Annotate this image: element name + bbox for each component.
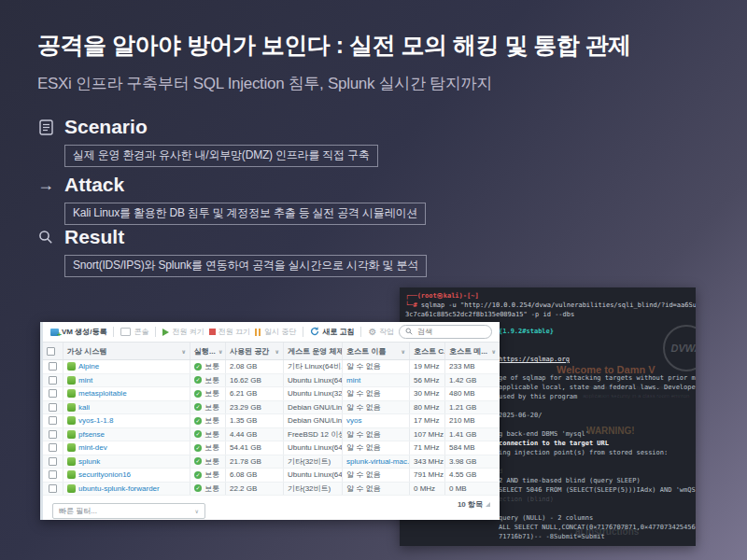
resize-grip-icon[interactable] [486, 502, 490, 507]
guest-os-value: Ubuntu Linux(64비... [284, 441, 343, 455]
host-name-value: 알 수 없음 [343, 387, 410, 400]
terminal-line [499, 457, 696, 467]
vm-table-row[interactable]: Alpine ✓보통 2.08 GB 기타 Linux(64비트) 알 수 없음… [43, 360, 500, 374]
toolbar-divider [113, 327, 114, 337]
vm-table-row[interactable]: splunk ✓보통 21.78 GB 기타(32비트) splunk-virt… [43, 455, 500, 469]
terminal-line: 2 AND time-based blind (query SLEEP) [499, 476, 696, 485]
host-name-value: 알 수 없음 [343, 469, 410, 482]
row-checkbox[interactable] [49, 484, 57, 493]
vm-name-link[interactable]: kali [78, 403, 90, 412]
vm-table-row[interactable]: pfsense ✓보통 4.44 GB FreeBSD 12 이상 ... 알 … [43, 428, 500, 442]
terminal-line [499, 345, 696, 355]
quick-filter-select[interactable]: 빠른 필터...∨ [52, 503, 205, 519]
host-name-value[interactable]: vyos [343, 414, 410, 427]
vm-name-link[interactable]: pfsense [78, 430, 105, 439]
vm-name-link[interactable]: vyos-1-1.8 [78, 416, 113, 425]
host-mem-value: 210 MB [445, 414, 500, 427]
slide-title: 공격을 알아야 방어가 보인다 : 실전 모의 해킹 및 통합 관제 [37, 30, 631, 61]
vm-name-link[interactable]: mint [78, 376, 92, 385]
column-header-status[interactable]: 실행...∨ [190, 343, 226, 359]
vm-table-body: Alpine ✓보통 2.08 GB 기타 Linux(64비트) 알 수 없음… [43, 360, 500, 496]
vm-table-row[interactable]: ubuntu-splunk-forwarder ✓보통 22.2 GB 기타(3… [43, 483, 500, 497]
terminal-line: SELECT 5046 FROM (SELECT(SLEEP(5)))IAdx)… [499, 485, 696, 495]
vm-table-row[interactable]: metasploitable ✓보통 6.21 GB Ubuntu Linux(… [43, 387, 500, 401]
used-space-value: 23.29 GB [226, 401, 284, 414]
column-header-guest-os[interactable]: 게스트 운영 체제∨ [284, 343, 343, 359]
vm-table-row[interactable]: securityonion16 ✓보통 6.08 GB Ubuntu Linux… [43, 469, 500, 483]
used-space-value: 1.35 GB [226, 414, 284, 427]
guest-os-value: Debian GNU/Linux... [284, 414, 343, 427]
terminal-line: ALL SELECT NULL,CONCAT(0×7176707871,0×47… [499, 523, 696, 532]
terminal-prompt: ┌──(root㉿kali)-[~] └─# sqlmap -u "http:/… [405, 291, 696, 319]
refresh-icon [310, 327, 319, 338]
terminal-line: {1.9.2#stable} [499, 327, 696, 336]
vm-name-link[interactable]: metasploitable [78, 389, 127, 398]
vm-name-link[interactable]: securityonion16 [78, 470, 131, 479]
power-on-button[interactable]: 전원 켜기 [162, 327, 204, 337]
row-checkbox[interactable] [49, 403, 57, 412]
status-label: 보통 [204, 442, 219, 453]
host-mem-value: 3.98 GB [445, 455, 500, 469]
vm-name-link[interactable]: ubuntu-splunk-forwarder [78, 484, 160, 493]
row-checkbox[interactable] [49, 389, 57, 398]
row-checkbox[interactable] [49, 443, 57, 452]
chevron-down-icon[interactable]: ∨ [275, 348, 279, 355]
row-checkbox[interactable] [49, 430, 57, 439]
search-icon [405, 328, 413, 337]
refresh-button[interactable]: 새로 고침 [310, 327, 354, 338]
vm-name-link[interactable]: Alpine [78, 362, 99, 371]
vm-create-icon [50, 329, 59, 336]
toolbar-divider [303, 327, 303, 337]
vm-table-row[interactable]: kali ✓보통 23.29 GB Debian GNU/Linux... 알 … [43, 401, 500, 415]
row-checkbox[interactable] [49, 470, 57, 479]
vm-icon [67, 376, 76, 385]
column-header-vm-name[interactable]: 가상 시스템∨ [63, 343, 190, 359]
search-input[interactable] [416, 327, 475, 337]
host-name-value: 알 수 없음 [343, 441, 410, 455]
guest-os-value: Ubuntu Linux(64비... [284, 374, 343, 387]
select-all-checkbox[interactable] [47, 347, 55, 356]
section-scenario: Scenario 실제 운영 환경과 유사한 내/외부망(DMZ) 인프라를 직… [37, 116, 378, 167]
gear-icon: ⚙ [368, 328, 376, 337]
row-checkbox[interactable] [49, 362, 57, 371]
column-header-host-name[interactable]: 호스트 이름∨ [343, 343, 410, 359]
status-label: 보통 [204, 456, 219, 467]
column-header-used-space[interactable]: 사용된 공간∨ [226, 343, 284, 359]
terminal-line: 2025-06-20/ [499, 411, 696, 420]
row-checkbox[interactable] [49, 457, 57, 466]
actions-button[interactable]: ⚙작업 [368, 327, 394, 337]
vm-icon [67, 443, 76, 452]
vm-table-row[interactable]: mint-dev ✓보통 54.41 GB Ubuntu Linux(64비..… [43, 441, 500, 455]
section-attack: → Attack Kali Linux를 활용한 DB 침투 및 계정정보 추출… [37, 174, 426, 225]
terminal-line: ing injection point(s) from stored sessi… [499, 448, 696, 457]
vm-table-row[interactable]: mint ✓보통 16.62 GB Ubuntu Linux(64비... mi… [43, 374, 500, 388]
vm-name-link[interactable]: splunk [78, 457, 100, 466]
vm-table-row[interactable]: vyos-1-1.8 ✓보통 1.35 GB Debian GNU/Linux.… [43, 414, 500, 428]
host-mem-value: 1.42 GB [445, 374, 500, 387]
used-space-value: 6.08 GB [226, 469, 284, 482]
chevron-down-icon[interactable]: ∨ [218, 348, 223, 355]
host-mem-value: 0 MB [445, 483, 500, 496]
suspend-button[interactable]: 일시 중단 [255, 327, 296, 337]
chevron-down-icon[interactable]: ∨ [401, 348, 405, 355]
host-cpu-value: 107 MHz [410, 428, 445, 441]
chevron-down-icon: ∨ [195, 508, 199, 514]
status-label: 보통 [204, 388, 219, 399]
host-name-value[interactable]: mint [343, 374, 410, 387]
row-checkbox[interactable] [49, 416, 57, 425]
power-off-button[interactable]: 전원 끄기 [209, 327, 250, 337]
chevron-down-icon[interactable]: ∨ [491, 348, 496, 355]
vm-create-button[interactable]: VM 생성/등록 [50, 327, 106, 337]
console-button[interactable]: 콘솔 [120, 327, 148, 337]
status-label: 보통 [204, 483, 219, 494]
vm-search-box[interactable] [399, 325, 492, 339]
guest-os-value: FreeBSD 12 이상 ... [284, 428, 343, 441]
vm-name-link[interactable]: mint-dev [78, 443, 107, 452]
chevron-down-icon[interactable]: ∨ [181, 348, 186, 355]
column-header-host-cpu[interactable]: 호스트 C...∨ [410, 343, 445, 359]
host-mem-value: 1.41 GB [445, 428, 500, 441]
host-name-value[interactable]: splunk-virtual-mac... [343, 455, 410, 469]
terminal-line: used by this program [499, 392, 696, 401]
column-header-host-mem[interactable]: 호스트 메...∨ [445, 343, 500, 359]
row-checkbox[interactable] [49, 376, 57, 385]
